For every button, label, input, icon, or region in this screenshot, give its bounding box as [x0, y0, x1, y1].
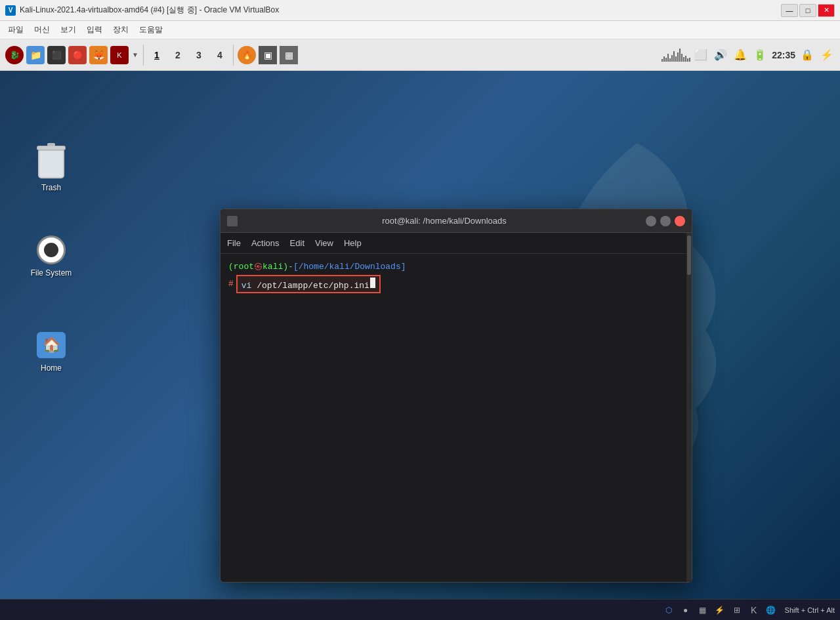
taskbar-icon-6[interactable]: K: [747, 603, 761, 617]
terminal-command-line: # vi /opt/lampp/etc/php.ini: [228, 275, 684, 293]
taskbar-icon-7[interactable]: 🌐: [764, 603, 778, 617]
terminal-prompt-line: (root㉿kali)-[/home/kali/Downloads]: [228, 260, 684, 274]
taskbar-icon-1[interactable]: ⬡: [662, 603, 676, 617]
menu-device[interactable]: 장치: [108, 22, 134, 38]
toolbar-power-icon[interactable]: ⚡: [819, 47, 835, 63]
vbox-logo-icon: V: [5, 5, 16, 16]
minimize-button[interactable]: —: [781, 4, 798, 17]
home-label: Home: [41, 363, 62, 373]
menu-view[interactable]: 보기: [55, 22, 81, 38]
toolbar-workspace-3[interactable]: 3: [190, 46, 208, 64]
terminal-menu-file[interactable]: File: [227, 238, 241, 248]
terminal-titlebar: root@kali: /home/kali/Downloads: [220, 209, 692, 233]
terminal-close-btn[interactable]: [675, 216, 685, 226]
menu-machine[interactable]: 머신: [29, 22, 55, 38]
trash-icon: [35, 149, 67, 180]
virtualbox-window: V Kali-Linux-2021.4a-virtualbox-amd64 (#…: [0, 0, 840, 620]
taskbar-icon-5[interactable]: ⊞: [730, 603, 744, 617]
terminal-menu-actions[interactable]: Actions: [251, 238, 280, 248]
toolbar-dropdown-arrow[interactable]: ▼: [131, 46, 139, 64]
taskbar-icon-3[interactable]: ▦: [696, 603, 710, 617]
vbox-title: Kali-Linux-2021.4a-virtualbox-amd64 (#4)…: [20, 5, 781, 16]
toolbar-time: 22:35: [772, 50, 795, 60]
desktop-icon-trash[interactable]: Trash: [25, 146, 77, 195]
toolbar-workspace-4[interactable]: 4: [211, 46, 229, 64]
toolbar-folder-icon[interactable]: 📁: [26, 46, 45, 64]
toolbar-bell-icon[interactable]: 🔔: [732, 47, 748, 63]
maximize-button[interactable]: □: [799, 4, 816, 17]
vbox-titlebar: V Kali-Linux-2021.4a-virtualbox-amd64 (#…: [0, 0, 840, 21]
toolbar-workspace-2[interactable]: 2: [169, 46, 187, 64]
menu-help[interactable]: 도움말: [134, 22, 168, 38]
terminal-content[interactable]: (root㉿kali)-[/home/kali/Downloads] # vi …: [220, 254, 692, 582]
toolbar-workspace-1[interactable]: 1: [148, 46, 166, 64]
terminal-command-highlight: vi /opt/lampp/etc/php.ini: [236, 275, 381, 293]
trash-label: Trash: [41, 183, 61, 192]
terminal-scrollbar[interactable]: [686, 233, 692, 582]
toolbar-extra-2[interactable]: ▣: [259, 46, 277, 64]
toolbar-extra-3[interactable]: ▦: [280, 46, 298, 64]
vbox-menubar: 파일 머신 보기 입력 장치 도움말: [0, 21, 840, 39]
toolbar-display-icon[interactable]: ⬜: [693, 47, 709, 63]
taskbar-icons: ⬡ ● ▦ ⚡ ⊞ K 🌐 Shift + Ctrl + Alt: [662, 603, 835, 617]
terminal-menu-edit[interactable]: Edit: [290, 238, 304, 248]
desktop: Trash File System 🏠 Home: [0, 71, 840, 599]
toolbar-terminal-icon[interactable]: ⬛: [47, 46, 66, 64]
terminal-menubar: File Actions Edit View Help: [220, 233, 692, 254]
close-button[interactable]: ✕: [818, 4, 835, 17]
taskbar-icon-2[interactable]: ●: [679, 603, 693, 617]
desktop-icon-filesystem[interactable]: File System: [25, 232, 77, 280]
terminal-title: root@kali: /home/kali/Downloads: [243, 216, 646, 226]
terminal-hash: #: [228, 279, 234, 289]
toolbar-separator-2: [233, 45, 234, 66]
terminal-icon: [227, 216, 238, 226]
terminal-window: root@kali: /home/kali/Downloads File Act…: [220, 209, 692, 583]
vbox-toolbar: 🐉 📁 ⬛ 🔴 🦊 K ▼ 1 2 3 4 🔥 ▣ ▦: [0, 39, 840, 71]
home-icon: 🏠: [35, 329, 67, 361]
toolbar-dragon-icon[interactable]: K: [110, 46, 129, 64]
toolbar-lock-icon[interactable]: 🔒: [799, 47, 815, 63]
toolbar-extra-1[interactable]: 🔥: [238, 46, 256, 64]
taskbar: ⬡ ● ▦ ⚡ ⊞ K 🌐 Shift + Ctrl + Alt: [0, 599, 840, 620]
toolbar-volume-icon[interactable]: 🔊: [713, 47, 728, 63]
filesystem-label: File System: [31, 268, 72, 278]
menu-input[interactable]: 입력: [81, 22, 108, 38]
filesystem-icon: [35, 234, 67, 266]
toolbar-separator: [143, 45, 144, 66]
terminal-menu-help[interactable]: Help: [344, 238, 362, 248]
toolbar-battery-icon[interactable]: 🔋: [752, 47, 768, 63]
taskbar-icon-4[interactable]: ⚡: [713, 603, 727, 617]
desktop-icon-home[interactable]: 🏠 Home: [25, 327, 77, 375]
terminal-maximize-btn[interactable]: [660, 216, 671, 226]
terminal-minimize-btn[interactable]: [646, 216, 656, 226]
window-controls: — □ ✕: [781, 4, 835, 17]
toolbar-firefox-icon[interactable]: 🦊: [89, 46, 108, 64]
terminal-scrollbar-thumb: [687, 236, 691, 275]
terminal-controls: [646, 216, 685, 226]
toolbar-right-area: ⬜ 🔊 🔔 🔋 22:35 🔒 ⚡: [693, 47, 835, 63]
toolbar-kali-icon[interactable]: 🐉: [5, 46, 24, 64]
terminal-menu-view[interactable]: View: [315, 238, 333, 248]
taskbar-shortcut: Shift + Ctrl + Alt: [785, 606, 835, 614]
toolbar-red-icon[interactable]: 🔴: [68, 46, 87, 64]
toolbar-waveform: [662, 49, 690, 62]
menu-file[interactable]: 파일: [3, 22, 29, 38]
